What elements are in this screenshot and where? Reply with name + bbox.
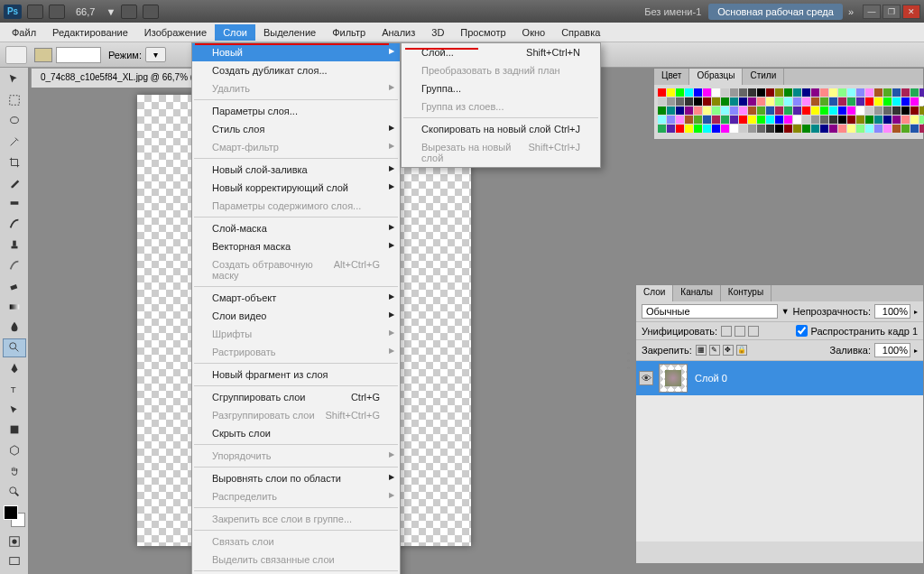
swatch[interactable] <box>676 116 684 124</box>
swatch[interactable] <box>874 116 882 124</box>
swatch[interactable] <box>838 97 846 106</box>
swatch[interactable] <box>712 106 720 115</box>
swatch[interactable] <box>829 88 837 97</box>
tolerance-field[interactable] <box>56 47 101 63</box>
swatch[interactable] <box>676 97 684 106</box>
swatch[interactable] <box>703 97 711 106</box>
swatch[interactable] <box>892 125 901 133</box>
menu-file[interactable]: Файл <box>4 24 44 41</box>
swatch[interactable] <box>811 97 819 106</box>
title-tool-2[interactable] <box>49 5 65 19</box>
swatch[interactable] <box>712 125 720 133</box>
swatch[interactable] <box>730 97 738 106</box>
color-swatches[interactable] <box>4 505 25 527</box>
swatch[interactable] <box>793 125 801 133</box>
swatch[interactable] <box>883 97 892 106</box>
type-tool[interactable]: T <box>3 379 26 398</box>
menu-image[interactable]: Изображение <box>136 24 215 41</box>
tab-channels[interactable]: Каналы <box>673 285 721 301</box>
swatch[interactable] <box>703 116 711 124</box>
swatch[interactable] <box>784 125 792 133</box>
screenmode-tool[interactable] <box>3 552 26 571</box>
workspace-more-icon[interactable]: » <box>848 6 854 17</box>
swatch[interactable] <box>919 88 924 97</box>
tab-paths[interactable]: Контуры <box>721 285 772 301</box>
swatch[interactable] <box>901 88 910 97</box>
lasso-tool[interactable] <box>3 112 26 131</box>
swatch[interactable] <box>892 116 901 124</box>
swatch[interactable] <box>712 97 720 106</box>
swatch[interactable] <box>874 88 882 97</box>
swatch[interactable] <box>766 88 774 97</box>
title-tool-4[interactable] <box>143 5 159 19</box>
zoom-value[interactable]: 66,7 <box>76 6 95 17</box>
swatch[interactable] <box>748 125 756 133</box>
swatch[interactable] <box>676 106 684 115</box>
swatch[interactable] <box>874 125 882 133</box>
swatch[interactable] <box>811 116 819 124</box>
tab-color[interactable]: Цвет <box>654 69 689 85</box>
swatch[interactable] <box>757 125 765 133</box>
swatch[interactable] <box>856 88 864 97</box>
swatch[interactable] <box>865 116 873 124</box>
foreground-color[interactable] <box>4 505 18 520</box>
swatch[interactable] <box>829 106 837 115</box>
swatch[interactable] <box>748 88 756 97</box>
swatch[interactable] <box>721 106 729 115</box>
swatch[interactable] <box>694 106 702 115</box>
swatch[interactable] <box>766 125 774 133</box>
swatch[interactable] <box>802 106 810 115</box>
swatch[interactable] <box>685 116 693 124</box>
swatch[interactable] <box>811 106 819 115</box>
shape-tool[interactable] <box>3 421 26 440</box>
swatch[interactable] <box>712 88 720 97</box>
swatch[interactable] <box>793 88 801 97</box>
menu-item[interactable]: Слои видео▶ <box>192 307 400 325</box>
swatch[interactable] <box>838 88 846 97</box>
propagate-checkbox[interactable] <box>796 325 808 337</box>
submenu-item[interactable]: Слой...Shift+Ctrl+N <box>402 43 600 61</box>
swatch[interactable] <box>766 97 774 106</box>
menu-layers[interactable]: Слои <box>215 24 255 41</box>
lock-pixels-icon[interactable]: ✎ <box>709 345 720 356</box>
swatch[interactable] <box>658 88 666 97</box>
swatch[interactable] <box>901 97 910 106</box>
swatch[interactable] <box>847 125 855 133</box>
opacity-arrow-icon[interactable]: ▸ <box>914 308 918 316</box>
swatch[interactable] <box>685 125 693 133</box>
swatch[interactable] <box>901 116 910 124</box>
dodge-tool[interactable] <box>3 338 26 357</box>
swatch[interactable] <box>829 116 837 124</box>
swatch[interactable] <box>856 97 864 106</box>
swatch[interactable] <box>721 116 729 124</box>
swatch[interactable] <box>874 106 882 115</box>
blur-tool[interactable] <box>3 318 26 337</box>
swatch[interactable] <box>883 125 892 133</box>
close-button[interactable]: ✕ <box>902 5 920 19</box>
eraser-tool[interactable] <box>3 276 26 295</box>
menu-item[interactable]: Параметры слоя... <box>192 102 400 120</box>
swatch[interactable] <box>703 125 711 133</box>
menu-view[interactable]: Просмотр <box>452 24 513 41</box>
blend-mode-select[interactable]: Обычные <box>642 304 778 319</box>
zoom-tool[interactable] <box>3 483 26 502</box>
swatch[interactable] <box>910 88 919 97</box>
menu-item[interactable]: Новый корректирующий слой▶ <box>192 179 400 197</box>
swatch-grid[interactable] <box>654 85 923 136</box>
menu-item[interactable]: Слой-маска▶ <box>192 219 400 237</box>
swatch[interactable] <box>730 106 738 115</box>
swatch[interactable] <box>919 125 924 133</box>
swatch[interactable] <box>784 116 792 124</box>
menu-window[interactable]: Окно <box>514 24 554 41</box>
menu-item[interactable]: Новый фрагмент из слоя <box>192 366 400 384</box>
sample-swatch[interactable] <box>34 48 52 62</box>
swatch[interactable] <box>784 97 792 106</box>
pen-tool[interactable] <box>3 359 26 378</box>
swatch[interactable] <box>838 106 846 115</box>
menu-item[interactable]: Выровнять слои по области▶ <box>192 469 400 487</box>
swatch[interactable] <box>910 116 919 124</box>
menu-item[interactable]: Новый слой-заливка▶ <box>192 161 400 179</box>
swatch[interactable] <box>910 125 919 133</box>
submenu-item[interactable]: Группа... <box>402 79 600 97</box>
minimize-button[interactable]: — <box>863 5 881 19</box>
